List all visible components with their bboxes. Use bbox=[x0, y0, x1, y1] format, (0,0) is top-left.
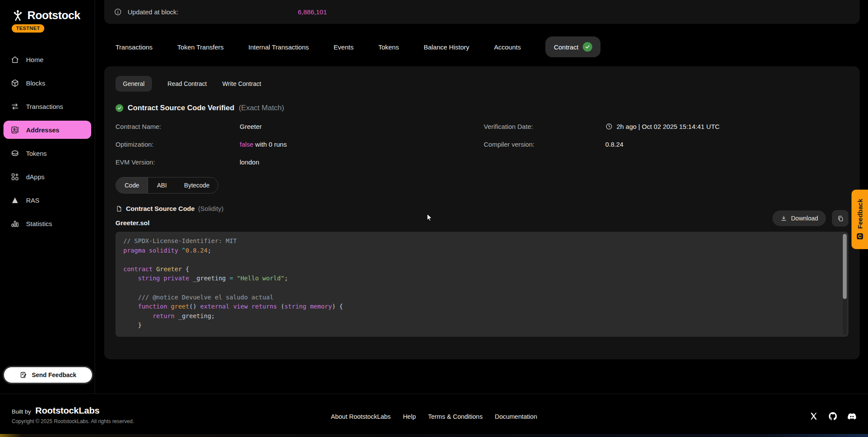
document-icon bbox=[116, 205, 122, 212]
sidebar-item-ras[interactable]: RAS bbox=[3, 191, 91, 209]
copy-source-button[interactable] bbox=[832, 210, 848, 227]
footer-link-terms-conditions[interactable]: Terms & Conditions bbox=[428, 413, 483, 420]
home-icon bbox=[10, 55, 20, 64]
verified-row: Contract Source Code Verified (Exact Mat… bbox=[116, 104, 848, 112]
ras-icon bbox=[10, 196, 20, 205]
sidebar-item-dapps[interactable]: dApps bbox=[3, 168, 91, 186]
addresses-icon bbox=[10, 125, 20, 135]
statistics-icon bbox=[10, 219, 20, 228]
copy-icon bbox=[837, 215, 844, 222]
source-title: Contract Source Code bbox=[126, 205, 195, 212]
tab-transactions[interactable]: Transactions bbox=[116, 43, 152, 51]
brand-name: Rootstock bbox=[27, 9, 80, 22]
contract-verified-badge-icon bbox=[583, 42, 592, 52]
code-view-code[interactable]: Code bbox=[116, 177, 148, 193]
edit-feedback-icon bbox=[20, 371, 27, 379]
compiler-version-value: 0.8.24 bbox=[605, 141, 848, 148]
code-line: // SPDX-License-Identifier: MIT bbox=[123, 237, 835, 247]
sidebar: Rootstock TESTNET HomeBlocksTransactions… bbox=[0, 0, 95, 394]
footer: Built by RootstockLabs Copyright © 2025 … bbox=[0, 394, 868, 437]
footer-copyright: Copyright © 2025 RootstockLabs. All righ… bbox=[12, 418, 134, 424]
sidebar-item-blocks[interactable]: Blocks bbox=[3, 74, 91, 92]
brand-logo[interactable]: Rootstock bbox=[11, 9, 95, 22]
source-header: Contract Source Code (Solidity) Greeter.… bbox=[116, 205, 848, 227]
subtab-read-contract[interactable]: Read Contract bbox=[168, 80, 207, 87]
code-scrollbar[interactable] bbox=[843, 234, 847, 335]
tab-accounts[interactable]: Accounts bbox=[494, 43, 521, 51]
code-line: string private _greeting = "Hello world"… bbox=[123, 275, 835, 284]
discord-icon[interactable] bbox=[847, 411, 857, 421]
contract-panel: GeneralRead ContractWrite Contract Contr… bbox=[104, 66, 860, 359]
sidebar-item-label: Addresses bbox=[26, 126, 59, 134]
tab-balance-history[interactable]: Balance History bbox=[424, 43, 469, 51]
sidebar-item-addresses[interactable]: Addresses bbox=[3, 121, 91, 139]
subtab-write-contract[interactable]: Write Contract bbox=[222, 80, 261, 87]
code-view-abi[interactable]: ABI bbox=[148, 177, 175, 193]
main-content: Updated at block: 6,886,101 Transactions… bbox=[104, 0, 860, 359]
code-view-switch: CodeABIBytecode bbox=[116, 177, 218, 194]
download-icon bbox=[780, 215, 787, 222]
footer-brand-block: Built by RootstockLabs Copyright © 2025 … bbox=[12, 405, 134, 424]
sidebar-item-label: RAS bbox=[26, 197, 40, 204]
sidebar-item-statistics[interactable]: Statistics bbox=[3, 214, 91, 233]
transactions-icon bbox=[10, 102, 20, 111]
evm-version-label: EVM Version: bbox=[116, 158, 240, 166]
footer-socials bbox=[809, 411, 857, 421]
x-icon[interactable] bbox=[809, 411, 818, 421]
sidebar-item-label: Statistics bbox=[26, 220, 52, 227]
feedback-widget-icon bbox=[856, 233, 864, 240]
footer-link-help[interactable]: Help bbox=[403, 413, 416, 420]
sidebar-item-home[interactable]: Home bbox=[3, 50, 91, 69]
subtab-general[interactable]: General bbox=[116, 76, 152, 92]
sidebar-item-label: Transactions bbox=[26, 103, 63, 110]
code-content: // SPDX-License-Identifier: MITpragma so… bbox=[123, 237, 835, 331]
verified-check-icon bbox=[116, 104, 123, 112]
tab-contract[interactable]: Contract bbox=[545, 36, 601, 57]
sidebar-item-label: dApps bbox=[26, 173, 45, 181]
send-feedback-button[interactable]: Send Feedback bbox=[3, 367, 92, 383]
built-by-label: Built by bbox=[12, 408, 31, 415]
code-actions: Download bbox=[772, 210, 848, 227]
testnet-badge: TESTNET bbox=[12, 24, 44, 33]
source-title-block: Contract Source Code (Solidity) Greeter.… bbox=[116, 205, 224, 227]
code-line: pragma solidity ^0.8.24; bbox=[123, 247, 835, 256]
clock-icon bbox=[605, 123, 613, 130]
verified-title: Contract Source Code Verified bbox=[128, 104, 234, 112]
rootstock-logo-icon bbox=[11, 9, 24, 22]
code-line: contract Greeter { bbox=[123, 266, 835, 275]
sidebar-item-label: Blocks bbox=[26, 79, 45, 87]
source-code-block[interactable]: // SPDX-License-Identifier: MITpragma so… bbox=[116, 232, 848, 337]
github-icon[interactable] bbox=[828, 411, 838, 421]
sidebar-item-transactions[interactable]: Transactions bbox=[3, 97, 91, 115]
block-number-link[interactable]: 6,886,101 bbox=[298, 8, 327, 16]
updated-block-label: Updated at block: bbox=[128, 8, 178, 16]
tab-tokens[interactable]: Tokens bbox=[378, 43, 399, 51]
verification-date-label: Verification Date: bbox=[484, 123, 605, 130]
sidebar-item-label: Home bbox=[26, 56, 43, 63]
download-label: Download bbox=[791, 215, 818, 222]
footer-company[interactable]: RootstockLabs bbox=[35, 405, 99, 416]
feedback-tab-label: Feedback bbox=[856, 199, 864, 229]
feedback-side-tab[interactable]: Feedback bbox=[851, 190, 868, 249]
dapps-icon bbox=[10, 172, 20, 181]
tab-events[interactable]: Events bbox=[333, 43, 353, 51]
blocks-icon bbox=[10, 79, 20, 88]
tab-token-transfers[interactable]: Token Transfers bbox=[177, 43, 224, 51]
sidebar-nav: HomeBlocksTransactionsAddressesTokensdAp… bbox=[3, 50, 91, 238]
code-scrollbar-thumb[interactable] bbox=[843, 234, 847, 299]
tab-internal-transactions[interactable]: Internal Transactions bbox=[248, 43, 309, 51]
evm-version-value: london bbox=[240, 158, 484, 166]
optimization-runs: with 0 runs bbox=[254, 141, 287, 148]
bottom-accent-strip bbox=[0, 434, 868, 437]
code-view-bytecode[interactable]: Bytecode bbox=[175, 177, 218, 193]
sidebar-item-tokens[interactable]: Tokens bbox=[3, 144, 91, 162]
code-line: function greet() external view returns (… bbox=[123, 303, 835, 312]
code-line: } bbox=[123, 322, 835, 331]
optimization-flag: false bbox=[240, 141, 254, 148]
download-button[interactable]: Download bbox=[772, 210, 826, 226]
contract-subtabs: GeneralRead ContractWrite Contract bbox=[116, 76, 848, 92]
info-icon bbox=[114, 8, 122, 16]
footer-link-about-rootstocklabs[interactable]: About RootstockLabs bbox=[331, 413, 391, 420]
footer-link-documentation[interactable]: Documentation bbox=[495, 413, 537, 420]
code-line: /// @notice Devuelve el saludo actual bbox=[123, 294, 835, 303]
